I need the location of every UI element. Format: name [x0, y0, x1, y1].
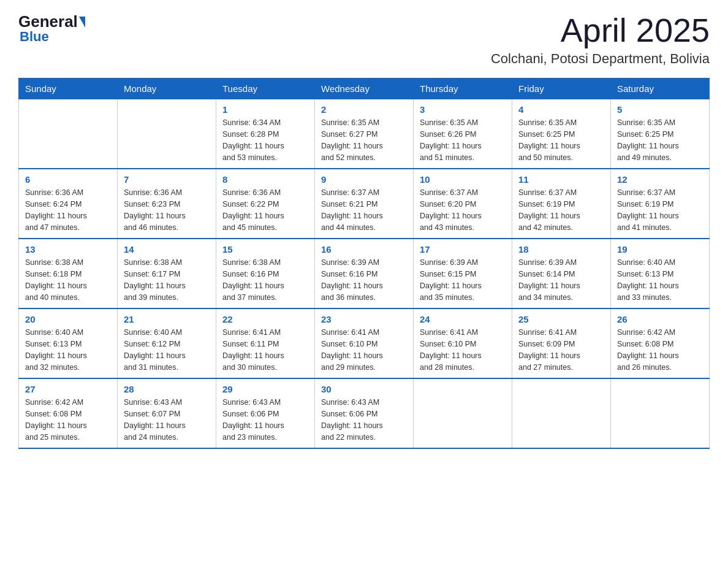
day-info: Sunrise: 6:39 AMSunset: 6:15 PMDaylight:… — [420, 257, 506, 303]
calendar-cell: 19Sunrise: 6:40 AMSunset: 6:13 PMDayligh… — [611, 239, 710, 308]
calendar-cell: 11Sunrise: 6:37 AMSunset: 6:19 PMDayligh… — [512, 169, 611, 239]
day-number: 14 — [124, 244, 210, 255]
day-number: 29 — [222, 384, 308, 394]
weekday-header: Saturday — [611, 79, 710, 99]
calendar-cell — [414, 378, 512, 448]
logo-triangle-icon — [79, 17, 85, 28]
day-info: Sunrise: 6:36 AMSunset: 6:24 PMDaylight:… — [25, 187, 111, 233]
calendar-cell: 27Sunrise: 6:42 AMSunset: 6:08 PMDayligh… — [19, 378, 118, 448]
day-number: 23 — [321, 314, 407, 324]
day-number: 5 — [617, 104, 703, 115]
day-number: 2 — [321, 104, 407, 115]
day-info: Sunrise: 6:38 AMSunset: 6:18 PMDaylight:… — [25, 257, 111, 303]
day-info: Sunrise: 6:42 AMSunset: 6:08 PMDaylight:… — [617, 327, 703, 373]
calendar-cell: 25Sunrise: 6:41 AMSunset: 6:09 PMDayligh… — [512, 308, 611, 378]
day-info: Sunrise: 6:37 AMSunset: 6:21 PMDaylight:… — [321, 187, 407, 233]
weekday-header: Monday — [118, 79, 216, 99]
calendar-cell: 3Sunrise: 6:35 AMSunset: 6:26 PMDaylight… — [414, 99, 512, 169]
day-number: 12 — [617, 174, 703, 185]
calendar-cell — [118, 99, 216, 169]
calendar-cell: 13Sunrise: 6:38 AMSunset: 6:18 PMDayligh… — [19, 239, 118, 308]
day-number: 4 — [518, 104, 604, 115]
day-info: Sunrise: 6:36 AMSunset: 6:23 PMDaylight:… — [124, 187, 210, 233]
day-info: Sunrise: 6:41 AMSunset: 6:10 PMDaylight:… — [321, 327, 407, 373]
calendar-cell: 2Sunrise: 6:35 AMSunset: 6:27 PMDaylight… — [315, 99, 414, 169]
calendar-cell: 17Sunrise: 6:39 AMSunset: 6:15 PMDayligh… — [414, 239, 512, 308]
day-number: 21 — [124, 314, 210, 324]
day-info: Sunrise: 6:35 AMSunset: 6:25 PMDaylight:… — [617, 117, 703, 163]
calendar-header-row: SundayMondayTuesdayWednesdayThursdayFrid… — [19, 79, 710, 99]
day-number: 6 — [25, 174, 111, 185]
weekday-header: Sunday — [19, 79, 118, 99]
day-number: 28 — [124, 384, 210, 394]
calendar-cell: 14Sunrise: 6:38 AMSunset: 6:17 PMDayligh… — [118, 239, 216, 308]
day-info: Sunrise: 6:39 AMSunset: 6:14 PMDaylight:… — [518, 257, 604, 303]
day-info: Sunrise: 6:37 AMSunset: 6:19 PMDaylight:… — [617, 187, 703, 233]
calendar-cell — [611, 378, 710, 448]
day-number: 18 — [518, 244, 604, 255]
day-info: Sunrise: 6:37 AMSunset: 6:20 PMDaylight:… — [420, 187, 506, 233]
day-info: Sunrise: 6:36 AMSunset: 6:22 PMDaylight:… — [222, 187, 308, 233]
day-number: 16 — [321, 244, 407, 255]
calendar-week-row: 6Sunrise: 6:36 AMSunset: 6:24 PMDaylight… — [19, 169, 710, 239]
day-number: 25 — [518, 314, 604, 324]
day-info: Sunrise: 6:38 AMSunset: 6:16 PMDaylight:… — [222, 257, 308, 303]
logo: General Blue — [18, 12, 86, 45]
day-number: 8 — [222, 174, 308, 185]
calendar-cell: 20Sunrise: 6:40 AMSunset: 6:13 PMDayligh… — [19, 308, 118, 378]
day-info: Sunrise: 6:41 AMSunset: 6:11 PMDaylight:… — [222, 327, 308, 373]
day-number: 11 — [518, 174, 604, 185]
day-number: 9 — [321, 174, 407, 185]
weekday-header: Tuesday — [216, 79, 315, 99]
title-block: April 2025 Colchani, Potosi Department, … — [491, 12, 710, 67]
calendar-cell: 7Sunrise: 6:36 AMSunset: 6:23 PMDaylight… — [118, 169, 216, 239]
day-info: Sunrise: 6:37 AMSunset: 6:19 PMDaylight:… — [518, 187, 604, 233]
calendar-cell: 22Sunrise: 6:41 AMSunset: 6:11 PMDayligh… — [216, 308, 315, 378]
calendar-cell — [512, 378, 611, 448]
day-number: 19 — [617, 244, 703, 255]
calendar-week-row: 27Sunrise: 6:42 AMSunset: 6:08 PMDayligh… — [19, 378, 710, 448]
calendar-cell: 16Sunrise: 6:39 AMSunset: 6:16 PMDayligh… — [315, 239, 414, 308]
calendar-cell: 28Sunrise: 6:43 AMSunset: 6:07 PMDayligh… — [118, 378, 216, 448]
page-header: General Blue April 2025 Colchani, Potosi… — [18, 12, 710, 67]
day-info: Sunrise: 6:43 AMSunset: 6:06 PMDaylight:… — [321, 397, 407, 443]
calendar-cell: 30Sunrise: 6:43 AMSunset: 6:06 PMDayligh… — [315, 378, 414, 448]
calendar-cell: 9Sunrise: 6:37 AMSunset: 6:21 PMDaylight… — [315, 169, 414, 239]
calendar-cell: 21Sunrise: 6:40 AMSunset: 6:12 PMDayligh… — [118, 308, 216, 378]
day-number: 30 — [321, 384, 407, 394]
calendar-cell: 26Sunrise: 6:42 AMSunset: 6:08 PMDayligh… — [611, 308, 710, 378]
calendar-cell: 5Sunrise: 6:35 AMSunset: 6:25 PMDaylight… — [611, 99, 710, 169]
logo-blue: Blue — [20, 29, 49, 45]
day-number: 7 — [124, 174, 210, 185]
day-info: Sunrise: 6:42 AMSunset: 6:08 PMDaylight:… — [25, 397, 111, 443]
calendar-cell: 10Sunrise: 6:37 AMSunset: 6:20 PMDayligh… — [414, 169, 512, 239]
calendar-cell: 23Sunrise: 6:41 AMSunset: 6:10 PMDayligh… — [315, 308, 414, 378]
day-number: 22 — [222, 314, 308, 324]
day-info: Sunrise: 6:35 AMSunset: 6:26 PMDaylight:… — [420, 117, 506, 163]
day-info: Sunrise: 6:35 AMSunset: 6:25 PMDaylight:… — [518, 117, 604, 163]
calendar-cell — [19, 99, 118, 169]
calendar-title: April 2025 — [491, 12, 710, 48]
day-info: Sunrise: 6:40 AMSunset: 6:13 PMDaylight:… — [617, 257, 703, 303]
day-info: Sunrise: 6:38 AMSunset: 6:17 PMDaylight:… — [124, 257, 210, 303]
calendar-week-row: 20Sunrise: 6:40 AMSunset: 6:13 PMDayligh… — [19, 308, 710, 378]
calendar-cell: 18Sunrise: 6:39 AMSunset: 6:14 PMDayligh… — [512, 239, 611, 308]
calendar-cell: 1Sunrise: 6:34 AMSunset: 6:28 PMDaylight… — [216, 99, 315, 169]
day-info: Sunrise: 6:41 AMSunset: 6:09 PMDaylight:… — [518, 327, 604, 373]
day-info: Sunrise: 6:40 AMSunset: 6:13 PMDaylight:… — [25, 327, 111, 373]
day-info: Sunrise: 6:39 AMSunset: 6:16 PMDaylight:… — [321, 257, 407, 303]
calendar-subtitle: Colchani, Potosi Department, Bolivia — [491, 51, 710, 67]
day-number: 27 — [25, 384, 111, 394]
day-number: 3 — [420, 104, 506, 115]
day-info: Sunrise: 6:43 AMSunset: 6:07 PMDaylight:… — [124, 397, 210, 443]
calendar-week-row: 1Sunrise: 6:34 AMSunset: 6:28 PMDaylight… — [19, 99, 710, 169]
weekday-header: Wednesday — [315, 79, 414, 99]
day-number: 13 — [25, 244, 111, 255]
day-number: 17 — [420, 244, 506, 255]
day-info: Sunrise: 6:43 AMSunset: 6:06 PMDaylight:… — [222, 397, 308, 443]
calendar-cell: 12Sunrise: 6:37 AMSunset: 6:19 PMDayligh… — [611, 169, 710, 239]
calendar-week-row: 13Sunrise: 6:38 AMSunset: 6:18 PMDayligh… — [19, 239, 710, 308]
day-info: Sunrise: 6:34 AMSunset: 6:28 PMDaylight:… — [222, 117, 308, 163]
day-info: Sunrise: 6:40 AMSunset: 6:12 PMDaylight:… — [124, 327, 210, 373]
calendar-cell: 15Sunrise: 6:38 AMSunset: 6:16 PMDayligh… — [216, 239, 315, 308]
